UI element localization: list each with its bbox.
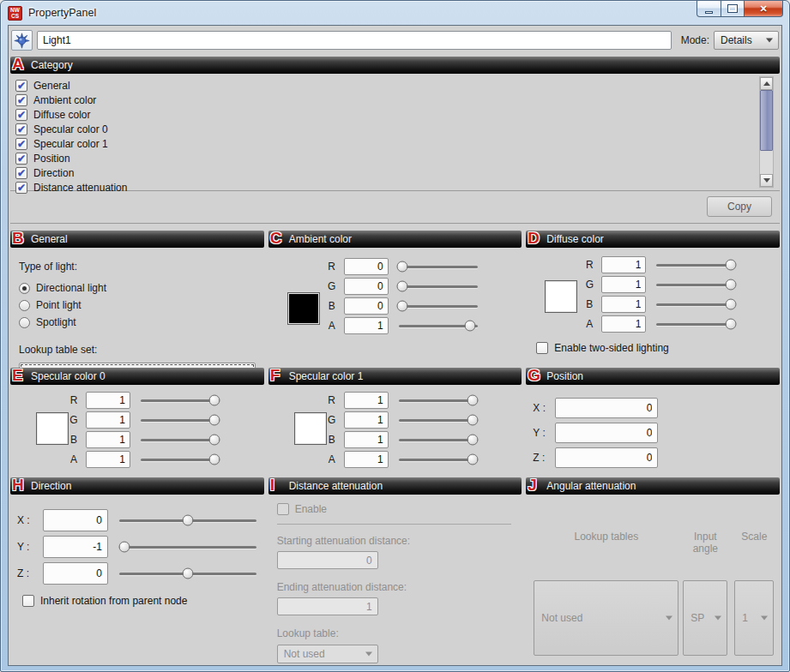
radio-icon[interactable]	[19, 300, 30, 311]
light-icon-button[interactable]	[11, 30, 33, 51]
slider-handle[interactable]	[209, 434, 220, 445]
close-button[interactable]: ✕	[745, 1, 783, 17]
diffuse-g-slider[interactable]	[656, 278, 735, 291]
scrollbar-track[interactable]	[760, 90, 773, 174]
checkbox-icon[interactable]: ✔	[15, 167, 27, 179]
direction-y-input[interactable]	[43, 536, 108, 558]
checkbox-icon[interactable]: ✔	[15, 80, 27, 92]
category-item-general[interactable]: ✔ General	[15, 78, 780, 93]
slider-handle[interactable]	[725, 318, 736, 329]
spec1-g-input[interactable]	[344, 411, 389, 429]
minimize-button[interactable]	[697, 1, 721, 17]
titlebar[interactable]: NW CS PropertyPanel ✕	[1, 1, 789, 25]
spec0-g-slider[interactable]	[141, 413, 220, 427]
copy-button[interactable]: Copy	[707, 196, 772, 217]
checkbox-icon[interactable]: ✔	[15, 182, 27, 194]
spec1-a-slider[interactable]	[399, 453, 478, 466]
diffuse-b-input[interactable]	[601, 296, 646, 313]
checkbox-icon[interactable]: ✔	[15, 153, 27, 165]
diffuse-color-swatch[interactable]	[545, 280, 577, 313]
slider-handle[interactable]	[397, 280, 408, 291]
scroll-down-button[interactable]	[760, 174, 773, 187]
diffuse-a-slider[interactable]	[656, 317, 735, 331]
checkbox-icon[interactable]	[22, 595, 34, 607]
direction-x-slider[interactable]	[119, 513, 256, 527]
radio-point-light[interactable]: Point light	[19, 297, 256, 313]
slider-handle[interactable]	[183, 514, 194, 525]
ambient-r-slider[interactable]	[399, 260, 478, 273]
slider-handle[interactable]	[467, 414, 479, 425]
ambient-r-input[interactable]	[344, 258, 389, 275]
checkbox-icon[interactable]: ✔	[15, 123, 27, 135]
slider-handle[interactable]	[209, 394, 220, 405]
spec0-color-swatch[interactable]	[36, 412, 69, 445]
inherit-rotation-checkbox-row[interactable]: Inherit rotation from parent node	[22, 595, 264, 607]
direction-z-slider[interactable]	[119, 567, 256, 580]
slider-handle[interactable]	[465, 320, 476, 331]
slider-handle[interactable]	[725, 279, 736, 290]
category-item-direction[interactable]: ✔ Direction	[15, 165, 780, 180]
slider-handle[interactable]	[725, 298, 736, 309]
slider-handle[interactable]	[467, 434, 479, 445]
category-item-position[interactable]: ✔ Position	[15, 151, 780, 165]
diffuse-b-slider[interactable]	[656, 297, 735, 311]
diffuse-r-slider[interactable]	[656, 258, 735, 272]
spec0-r-slider[interactable]	[141, 393, 220, 407]
spec1-g-slider[interactable]	[399, 413, 478, 427]
scroll-up-button[interactable]	[760, 77, 773, 90]
ambient-g-input[interactable]	[344, 278, 389, 295]
name-input[interactable]	[37, 31, 672, 50]
position-x-input[interactable]	[555, 398, 658, 418]
slider-handle[interactable]	[397, 300, 408, 311]
two-sided-lighting-checkbox-row[interactable]: Enable two-sided lighting	[536, 342, 780, 354]
ambient-g-slider[interactable]	[399, 279, 478, 293]
ambient-b-slider[interactable]	[399, 299, 478, 313]
spec0-b-slider[interactable]	[141, 433, 220, 447]
direction-x-input[interactable]	[43, 509, 108, 531]
checkbox-icon[interactable]: ✔	[15, 94, 27, 106]
checkbox-icon[interactable]: ✔	[15, 109, 27, 121]
slider-handle[interactable]	[725, 259, 736, 270]
position-y-input[interactable]	[555, 423, 658, 443]
checkbox-icon[interactable]	[536, 342, 548, 354]
spec1-a-input[interactable]	[344, 451, 389, 468]
spec0-g-input[interactable]	[86, 411, 130, 429]
ambient-b-input[interactable]	[344, 297, 389, 315]
category-item-diffuse-color[interactable]: ✔ Diffuse color	[15, 107, 780, 122]
scrollbar-thumb[interactable]	[760, 90, 773, 151]
mode-dropdown[interactable]: Details	[714, 31, 779, 50]
position-z-input[interactable]	[555, 447, 658, 468]
radio-icon[interactable]	[19, 283, 30, 294]
category-scrollbar[interactable]	[759, 76, 774, 188]
slider-handle[interactable]	[467, 453, 479, 465]
ambient-a-input[interactable]	[344, 317, 389, 334]
category-item-ambient-color[interactable]: ✔ Ambient color	[15, 93, 780, 107]
direction-y-slider[interactable]	[119, 540, 256, 554]
checkbox-icon[interactable]: ✔	[15, 138, 27, 150]
slider-handle[interactable]	[397, 261, 408, 272]
slider-handle[interactable]	[209, 453, 220, 465]
spec1-color-swatch[interactable]	[294, 412, 327, 445]
maximize-button[interactable]	[721, 1, 745, 17]
slider-handle[interactable]	[183, 567, 194, 579]
radio-directional-light[interactable]: Directional light	[19, 280, 256, 296]
direction-z-input[interactable]	[43, 562, 108, 585]
spec1-r-input[interactable]	[344, 392, 389, 409]
slider-handle[interactable]	[209, 414, 220, 425]
slider-handle[interactable]	[119, 541, 130, 552]
spec1-b-input[interactable]	[344, 431, 389, 448]
diffuse-g-input[interactable]	[601, 276, 646, 293]
category-item-distance-attenuation[interactable]: ✔ Distance attenuation	[15, 180, 780, 195]
diffuse-r-input[interactable]	[601, 256, 646, 273]
spec0-a-input[interactable]	[86, 451, 130, 468]
radio-icon[interactable]	[19, 317, 30, 328]
spec1-r-slider[interactable]	[399, 393, 478, 407]
category-item-specular-color-0[interactable]: ✔ Specular color 0	[15, 122, 780, 136]
spec1-b-slider[interactable]	[399, 433, 478, 447]
ambient-color-swatch[interactable]	[287, 292, 320, 325]
spec0-a-slider[interactable]	[141, 453, 220, 466]
slider-handle[interactable]	[467, 394, 479, 405]
radio-spotlight[interactable]: Spotlight	[19, 315, 256, 330]
category-item-specular-color-1[interactable]: ✔ Specular color 1	[15, 136, 780, 151]
spec0-b-input[interactable]	[86, 431, 130, 448]
